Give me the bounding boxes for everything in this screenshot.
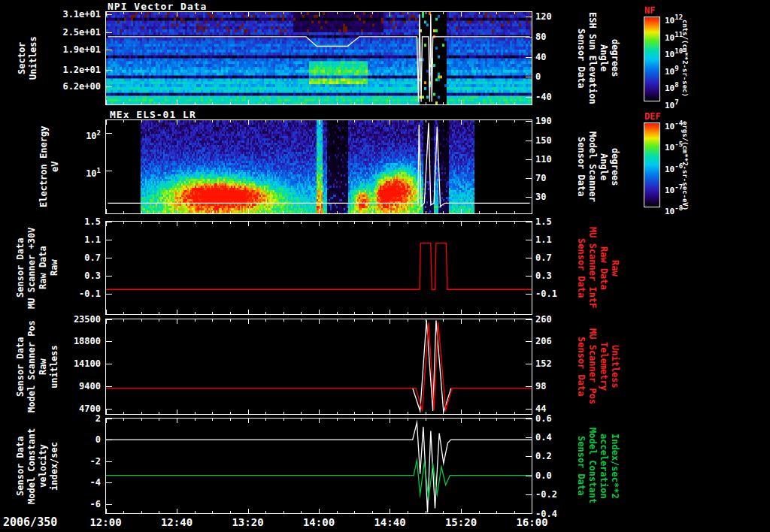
panel1-left-tick: 1.2e+01 bbox=[62, 65, 101, 75]
def-colorbar-tick: 10-5 bbox=[665, 139, 683, 153]
panel1-right-axis-label: Sensor Data ESH Sun Elevation Angle degr… bbox=[575, 10, 620, 107]
panel1-right-tick: 80 bbox=[535, 32, 546, 42]
panel1-right-tick: 120 bbox=[535, 11, 552, 22]
panel1-left-tick: 1.9e+01 bbox=[62, 44, 101, 55]
panel2-right-tick: 190 bbox=[535, 116, 552, 126]
panel5-y-axis-label: Sensor Data Model Constant velocity inde… bbox=[15, 418, 60, 514]
nf-colorbar-title: NF bbox=[644, 5, 655, 16]
def-colorbar-tick: 10-8 bbox=[665, 203, 683, 217]
panel4-right-axis-label: Sensor Data MU Scanner Pos Telemetry Uni… bbox=[575, 319, 620, 415]
panel1-right-tick: -40 bbox=[535, 92, 552, 102]
panel4-left-tick: 23500 bbox=[74, 314, 101, 325]
panel3-left-tick: 0.7 bbox=[84, 252, 101, 263]
npi-spectrogram-canvas bbox=[105, 11, 532, 105]
panel1-left-tick: 6.2e+00 bbox=[62, 81, 101, 92]
panel5-right-tick: 0.6 bbox=[535, 413, 552, 424]
els-spectrogram-canvas bbox=[105, 119, 532, 214]
panel2-right-tick: 70 bbox=[535, 173, 546, 183]
panel5-right-tick: 0.2 bbox=[535, 451, 552, 461]
panel3-left-tick: 1.1 bbox=[84, 234, 101, 245]
panel2-y-axis-label: Electron Energy eV bbox=[38, 119, 61, 214]
panel5-left-tick: 0 bbox=[95, 434, 101, 445]
scanner-pos-plot-canvas bbox=[105, 319, 532, 415]
date-label: 2006/350 bbox=[3, 515, 57, 529]
panel5-left-tick: -6 bbox=[90, 499, 101, 509]
nf-colorbar-tick: 1012 bbox=[665, 12, 683, 26]
panel2-right-tick: 110 bbox=[535, 154, 552, 165]
panel3-right-tick: 0.7 bbox=[535, 252, 552, 263]
nf-colorbar-tick: 1010 bbox=[665, 46, 683, 60]
panel1-left-tick: 3.1e+01 bbox=[62, 9, 101, 20]
panel3-y-axis-label: Sensor Data MU Scanner +30V Raw Data Raw bbox=[15, 221, 60, 315]
nf-colorbar-tick: 109 bbox=[665, 63, 679, 77]
time-axis-tick: 12:40 bbox=[150, 517, 203, 527]
panel3-right-tick: -0.1 bbox=[535, 289, 557, 299]
panel1-left-tick: 2.5e+01 bbox=[62, 27, 101, 38]
panel4-left-tick: 9400 bbox=[79, 381, 101, 391]
panel2-left-tick: 102 bbox=[86, 128, 101, 141]
panel5-left-tick: -2 bbox=[90, 456, 101, 467]
panel5-left-tick: -4 bbox=[90, 477, 101, 488]
panel1-y-axis-label: Sector Unitless bbox=[17, 11, 39, 105]
panel2-right-axis-label: Sensor Data Model Scanner Angle degrees bbox=[575, 119, 620, 214]
panel5-right-tick: 0.4 bbox=[535, 432, 552, 443]
mu-scanner-intf-plot-canvas bbox=[105, 221, 532, 315]
nf-colorbar-tick: 107 bbox=[665, 97, 679, 111]
panel3-right-tick: 1.5 bbox=[535, 216, 552, 227]
panel2-left-tick: 101 bbox=[86, 165, 101, 179]
panel4-right-tick: 152 bbox=[535, 358, 552, 369]
def-colorbar-tick: 10-7 bbox=[665, 182, 683, 196]
time-axis-tick: 13:20 bbox=[222, 517, 274, 527]
panel3-left-tick: 1.5 bbox=[84, 216, 101, 227]
time-axis-tick: 16:00 bbox=[506, 517, 559, 527]
panel4-y-axis-label: Sensor Data Model Scanner Pos Raw unitle… bbox=[15, 319, 60, 415]
panel3-right-axis-label: Sensor Data MU Scanner IntF Raw Data Raw bbox=[575, 221, 620, 315]
panel2-title: MEx ELS-01 LR bbox=[110, 109, 196, 120]
time-axis-tick: 14:00 bbox=[293, 517, 345, 527]
panel4-right-tick: 260 bbox=[535, 314, 552, 325]
panel5-right-tick: 0.0 bbox=[535, 470, 552, 481]
panel4-right-tick: 98 bbox=[535, 381, 546, 391]
def-colorbar-title: DEF bbox=[644, 111, 661, 122]
panel1-title: NPI Vector Data bbox=[108, 1, 207, 12]
nf-colorbar bbox=[644, 17, 660, 101]
nf-colorbar-tick: 1011 bbox=[665, 29, 683, 44]
def-colorbar-tick: 10-4 bbox=[665, 118, 683, 132]
time-axis-tick: 14:40 bbox=[364, 517, 417, 527]
panel3-right-tick: 0.3 bbox=[535, 271, 552, 281]
science-plot-page: NPI Vector Data MEx ELS-01 LR Sector Uni… bbox=[0, 0, 770, 532]
panel4-right-tick: 206 bbox=[535, 336, 552, 346]
panel1-right-tick: 40 bbox=[535, 52, 546, 62]
panel3-right-tick: 1.1 bbox=[535, 234, 552, 245]
time-axis-tick: 12:00 bbox=[80, 517, 132, 527]
nf-colorbar-tick: 108 bbox=[665, 80, 679, 94]
panel2-right-tick: 30 bbox=[535, 192, 546, 202]
panel3-left-tick: -0.1 bbox=[79, 289, 101, 299]
panel2-right-tick: 150 bbox=[535, 135, 552, 146]
def-colorbar bbox=[644, 122, 660, 207]
panel5-right-axis-label: Sensor Data Model Constant acceleration … bbox=[575, 418, 620, 514]
panel4-left-tick: 14100 bbox=[74, 358, 101, 369]
panel5-right-tick: -0.2 bbox=[535, 489, 557, 500]
panel3-left-tick: 0.3 bbox=[84, 271, 101, 281]
model-constant-plot-canvas bbox=[105, 418, 532, 514]
def-colorbar-tick: 10-6 bbox=[665, 161, 683, 175]
panel5-left-tick: 2 bbox=[95, 413, 101, 424]
time-axis-tick: 15:20 bbox=[435, 517, 487, 527]
panel4-left-tick: 18800 bbox=[74, 336, 101, 346]
panel1-right-tick: 0 bbox=[535, 71, 541, 82]
